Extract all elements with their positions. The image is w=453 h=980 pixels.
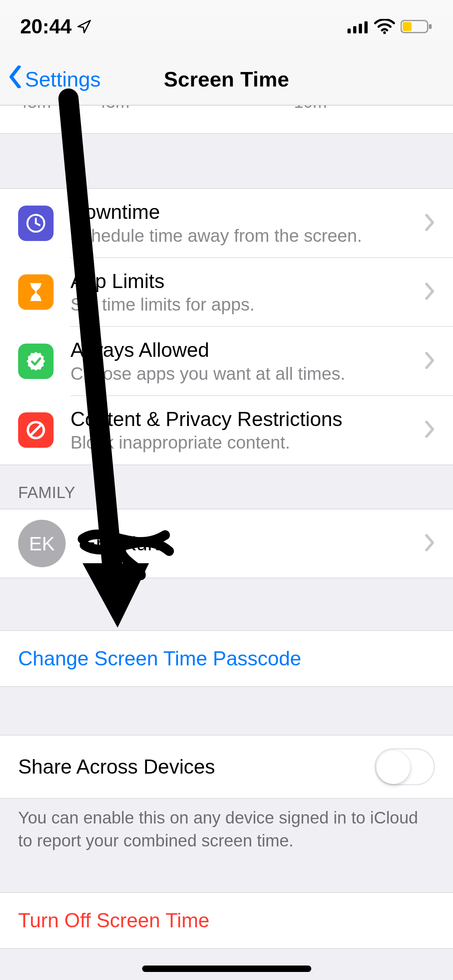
no-symbol-icon: [18, 412, 54, 448]
svg-point-4: [383, 31, 386, 34]
row-title: Downtime: [70, 201, 424, 224]
svg-rect-3: [364, 21, 368, 33]
row-title: Content & Privacy Restrictions: [70, 408, 424, 431]
usage-value-3: 10m: [294, 105, 327, 112]
wifi-icon: [374, 19, 395, 34]
row-subtitle: Schedule time away from the screen.: [70, 226, 424, 246]
share-devices-toggle[interactable]: [374, 748, 435, 785]
toggle-knob: [376, 750, 410, 784]
content-area: 48m 43m 10m Downtime Schedule time away …: [0, 105, 453, 980]
row-content-privacy[interactable]: Content & Privacy Restrictions Block ina…: [0, 396, 453, 465]
cellular-signal-icon: [348, 20, 368, 33]
downtime-icon: [18, 206, 54, 241]
share-devices-footnote: You can enable this on any device signed…: [0, 799, 453, 852]
section-header-family: FAMILY: [0, 465, 453, 509]
row-subtitle: Block inappropriate content.: [70, 432, 424, 453]
svg-rect-2: [359, 24, 362, 33]
svg-rect-1: [353, 26, 356, 33]
row-subtitle: Set time limits for apps.: [70, 294, 424, 315]
nav-bar: Settings Screen Time: [0, 53, 453, 105]
usage-value-1: 48m: [18, 105, 51, 112]
check-badge-icon: [18, 344, 54, 379]
svg-line-10: [30, 424, 41, 436]
share-devices-label: Share Across Devices: [18, 755, 215, 778]
usage-chart-strip[interactable]: 48m 43m 10m: [0, 105, 453, 134]
svg-rect-7: [429, 24, 432, 29]
chevron-right-icon: [424, 283, 435, 301]
home-indicator[interactable]: [142, 966, 311, 972]
change-passcode-button[interactable]: Change Screen Time Passcode: [0, 630, 453, 687]
row-share-devices[interactable]: Share Across Devices: [0, 735, 453, 799]
row-title: Always Allowed: [70, 339, 424, 362]
usage-value-2: 43m: [97, 105, 130, 112]
battery-icon: [401, 19, 433, 34]
chevron-right-icon: [424, 534, 435, 553]
chevron-right-icon: [424, 352, 435, 371]
chevron-right-icon: [424, 214, 435, 233]
status-time: 20:44: [20, 15, 72, 38]
back-button[interactable]: Settings: [8, 66, 101, 93]
svg-rect-6: [403, 22, 412, 31]
chevron-left-icon: [8, 66, 23, 93]
family-member-name: Eric Kurt: [83, 532, 424, 555]
chevron-right-icon: [424, 421, 435, 439]
row-title: App Limits: [70, 270, 424, 293]
family-member-row[interactable]: EK Eric Kurt: [0, 509, 453, 578]
back-label: Settings: [25, 67, 101, 91]
row-always-allowed[interactable]: Always Allowed Choose apps you want at a…: [0, 327, 453, 396]
row-app-limits[interactable]: App Limits Set time limits for apps.: [0, 258, 453, 327]
turn-off-button[interactable]: Turn Off Screen Time: [0, 892, 453, 949]
svg-rect-0: [348, 29, 351, 33]
hourglass-icon: [18, 274, 54, 310]
nav-title: Screen Time: [164, 67, 290, 91]
location-arrow-icon: [77, 19, 92, 34]
avatar: EK: [18, 520, 66, 567]
status-bar: 20:44: [0, 0, 453, 53]
row-downtime[interactable]: Downtime Schedule time away from the scr…: [0, 189, 453, 258]
row-subtitle: Choose apps you want at all times.: [70, 364, 424, 384]
feature-list: Downtime Schedule time away from the scr…: [0, 188, 453, 465]
